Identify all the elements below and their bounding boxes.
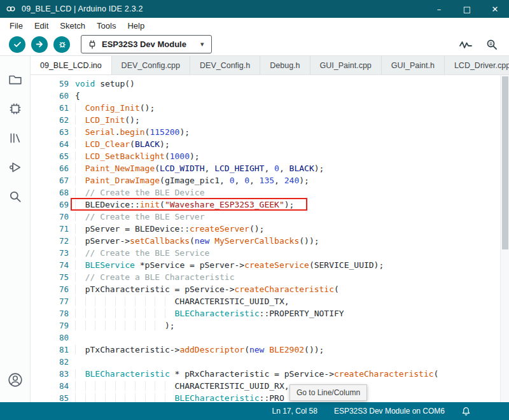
code-text[interactable]: Config_Init(); [75, 102, 155, 114]
code-row[interactable]: 80 [31, 332, 509, 344]
line-number[interactable]: 80 [31, 332, 69, 344]
code-row[interactable]: 62 LCD_Init(); [31, 114, 509, 126]
code-row[interactable]: 73 // Create the BLE Service [31, 247, 509, 259]
code-row[interactable]: 74 BLEService *pService = pServer->creat… [31, 259, 509, 271]
line-number[interactable]: 60 [31, 90, 69, 102]
sidebar-item-search[interactable] [3, 182, 28, 211]
line-number[interactable]: 68 [31, 186, 69, 199]
menu-help[interactable]: Help [122, 19, 150, 32]
menu-edit[interactable]: Edit [29, 19, 54, 32]
code-text[interactable]: // Create the BLE Device [75, 186, 205, 199]
serial-monitor-icon[interactable] [486, 39, 498, 50]
code-row[interactable]: 85 BLECharacteristic::PRO [31, 392, 509, 402]
cursor-position[interactable]: Ln 17, Col 58 [272, 407, 317, 416]
line-number[interactable]: 77 [31, 295, 69, 307]
code-text[interactable]: Paint_DrawImage(gImage_pic1, 0, 0, 135, … [75, 174, 309, 186]
line-number[interactable]: 66 [31, 162, 69, 174]
line-number[interactable]: 76 [31, 283, 69, 295]
code-text[interactable]: { [75, 90, 80, 102]
code-row[interactable]: 67 Paint_DrawImage(gImage_pic1, 0, 0, 13… [31, 174, 509, 186]
minimize-button[interactable]: – [425, 0, 453, 18]
code-text[interactable]: LCD_Init(); [75, 114, 140, 126]
code-row[interactable]: 78 BLECharacteristic::PROPERTY_NOTIFY [31, 307, 509, 319]
tab-Debug.h[interactable]: Debug.h [260, 56, 310, 74]
maximize-button[interactable]: □ [453, 0, 481, 18]
sidebar-item-library-manager[interactable] [3, 123, 28, 153]
line-number[interactable]: 71 [31, 223, 69, 235]
account-button[interactable] [3, 365, 28, 395]
tab-GUI_Paint.h[interactable]: GUI_Paint.h [382, 56, 445, 74]
line-number[interactable]: 72 [31, 235, 69, 247]
line-number[interactable]: 65 [31, 150, 69, 162]
code-text[interactable]: Serial.begin(115200); [75, 126, 190, 138]
code-text[interactable]: pTxCharacteristic->addDescriptor(new BLE… [75, 344, 324, 356]
code-editor[interactable]: 59void setup()60{61 Config_Init();62 LCD… [31, 75, 509, 402]
code-row[interactable]: 83 BLECharacteristic * pRxCharacteristic… [31, 368, 509, 380]
code-text[interactable]: // Create the BLE Service [75, 247, 209, 259]
line-number[interactable]: 62 [31, 114, 69, 126]
tab-DEV_Config.h[interactable]: DEV_Config.h [190, 56, 260, 74]
code-text[interactable]: BLECharacteristic * pRxCharacteristic = … [75, 368, 438, 380]
code-text[interactable]: pTxCharacteristic = pService->createChar… [75, 283, 339, 295]
debug-button[interactable] [53, 36, 70, 53]
line-number[interactable]: 82 [31, 356, 69, 368]
line-number[interactable]: 74 [31, 259, 69, 271]
code-row[interactable]: 76 pTxCharacteristic = pService->createC… [31, 283, 509, 295]
line-number[interactable]: 70 [31, 211, 69, 223]
board-selector[interactable]: ESP32S3 Dev Module ▾ [81, 35, 212, 53]
close-button[interactable]: ✕ [481, 0, 509, 18]
code-text[interactable]: BLEDevice::init("Waveshare_ESP32S3_GEEK"… [75, 199, 294, 211]
code-row[interactable]: 77 CHARACTERISTIC_UUID_TX, [31, 295, 509, 307]
line-number[interactable]: 78 [31, 307, 69, 319]
code-row[interactable]: 59void setup() [31, 78, 509, 90]
menu-file[interactable]: File [4, 19, 29, 32]
scrollbar-thumb[interactable] [502, 76, 508, 249]
code-row[interactable]: 75 // Create a BLE Characteristic [31, 271, 509, 283]
code-text[interactable]: // Create a BLE Characteristic [75, 271, 234, 283]
code-text[interactable]: LCD_Clear(BLACK); [75, 138, 170, 150]
code-text[interactable]: CHARACTERISTIC_UUID_RX, [75, 380, 289, 392]
line-number[interactable]: 84 [31, 380, 69, 392]
line-number[interactable]: 73 [31, 247, 69, 259]
code-text[interactable]: LCD_SetBacklight(1000); [75, 150, 200, 162]
notifications-bell-icon[interactable] [461, 407, 471, 416]
code-row[interactable]: 71 pServer = BLEDevice::createServer(); [31, 223, 509, 235]
code-text[interactable]: void setup() [75, 78, 135, 90]
code-text[interactable]: CHARACTERISTIC_UUID_TX, [75, 295, 289, 307]
menu-tools[interactable]: Tools [91, 19, 122, 32]
code-row[interactable]: 68 // Create the BLE Device [31, 186, 509, 199]
tab-09_BLE_LCD.ino[interactable]: 09_BLE_LCD.ino [31, 56, 112, 74]
line-number[interactable]: 63 [31, 126, 69, 138]
line-number[interactable]: 79 [31, 319, 69, 332]
code-text[interactable]: ); [75, 319, 175, 332]
editor-scrollbar[interactable] [500, 75, 509, 402]
line-number[interactable]: 64 [31, 138, 69, 150]
board-port-status[interactable]: ESP32S3 Dev Module on COM6 [334, 407, 445, 416]
line-number[interactable]: 67 [31, 174, 69, 186]
line-number[interactable]: 69 [31, 199, 69, 211]
code-row[interactable]: 65 LCD_SetBacklight(1000); [31, 150, 509, 162]
code-row[interactable]: 81 pTxCharacteristic->addDescriptor(new … [31, 344, 509, 356]
sidebar-item-sketchbook[interactable] [3, 65, 28, 94]
verify-button[interactable] [9, 36, 25, 53]
code-text[interactable]: // Create the BLE Server [75, 211, 205, 223]
line-number[interactable]: 61 [31, 102, 69, 114]
code-text[interactable]: Paint_NewImage(LCD_WIDTH, LCD_HEIGHT, 0,… [75, 162, 324, 174]
code-row[interactable]: 70 // Create the BLE Server [31, 211, 509, 223]
line-number[interactable]: 85 [31, 392, 69, 402]
serial-plotter-icon[interactable] [459, 39, 472, 50]
line-number[interactable]: 83 [31, 368, 69, 380]
code-text[interactable]: BLECharacteristic::PRO [75, 392, 284, 402]
code-text[interactable]: BLEService *pService = pServer->createSe… [75, 259, 384, 271]
code-row[interactable]: 82 [31, 356, 509, 368]
code-row[interactable]: 72 pServer->setCallbacks(new MyServerCal… [31, 235, 509, 247]
code-row[interactable]: 63 Serial.begin(115200); [31, 126, 509, 138]
code-text[interactable]: pServer->setCallbacks(new MyServerCallba… [75, 235, 319, 247]
code-row[interactable]: 64 LCD_Clear(BLACK); [31, 138, 509, 150]
menu-sketch[interactable]: Sketch [54, 19, 91, 32]
code-row[interactable]: 79 ); [31, 319, 509, 332]
code-text[interactable]: BLECharacteristic::PROPERTY_NOTIFY [75, 307, 344, 319]
sidebar-item-debugger[interactable] [3, 153, 28, 182]
upload-button[interactable] [31, 36, 48, 53]
code-row[interactable]: 61 Config_Init(); [31, 102, 509, 114]
